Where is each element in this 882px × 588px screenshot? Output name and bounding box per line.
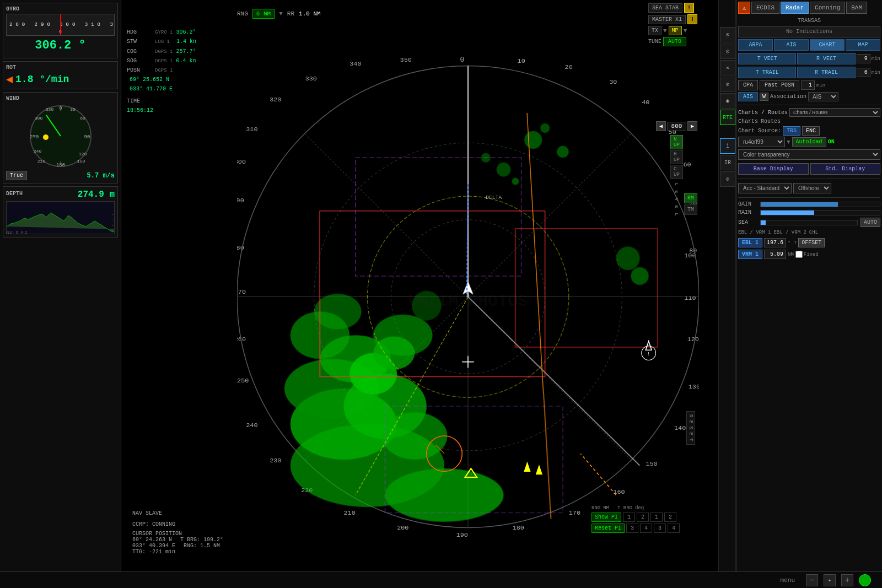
reset-btn[interactable]: R E S E T xyxy=(686,411,695,445)
info-icon[interactable]: i xyxy=(720,138,735,154)
depth-graph: m -316 -474 -632 -780 min 6 4 2 xyxy=(6,201,115,234)
wind-instrument: WIND 0 90 180 270 300 330 30 60 240 120 … xyxy=(3,92,118,184)
chart-btn[interactable]: CHART xyxy=(810,39,845,51)
fixed-check[interactable] xyxy=(795,251,803,258)
autoload-btn[interactable]: Autoload xyxy=(792,137,826,147)
n-up-btn[interactable]: NUP xyxy=(670,135,683,149)
tm-btn[interactable]: TM xyxy=(684,204,697,215)
ais-circle-icon[interactable]: ◎ xyxy=(720,44,735,59)
radar-right-controls: SEA STAB ! MASTER X1 ! TX ▼ MP ▼ TUNE AU… xyxy=(648,3,697,46)
zoom-in-btn[interactable]: + xyxy=(841,574,853,586)
circle-dot-icon[interactable]: ⊙ xyxy=(720,171,735,187)
t-vect-btn[interactable]: T VECT xyxy=(738,53,796,64)
map-btn[interactable]: MAP xyxy=(846,39,880,51)
target-icon[interactable]: ⊕ xyxy=(720,77,735,92)
arpa-btn[interactable]: ARPA xyxy=(738,39,773,51)
ais-btn[interactable]: AIS xyxy=(774,39,809,51)
ccrp-label: CCRP: CONNING xyxy=(132,521,175,527)
pi-num-1[interactable]: 1 xyxy=(623,513,635,522)
source-val-dropdown[interactable]: ru4orl99 xyxy=(738,137,785,147)
charts-routes-dropdown[interactable]: Charts / Routes xyxy=(789,108,880,117)
charts-tab[interactable]: Charts xyxy=(738,118,758,125)
tune-label: TUNE xyxy=(648,39,662,45)
radar-display-area[interactable]: 0 10 20 30 40 50 60 70 80 350 340 330 32… xyxy=(237,25,699,569)
sea-stab-btn[interactable]: SEA STAB xyxy=(648,3,682,13)
charts-routes-label: Charts / Routes xyxy=(738,110,788,116)
svg-text:270: 270 xyxy=(29,134,38,140)
rte-icon[interactable]: RTE xyxy=(720,110,735,125)
svg-text:min  6      4     2: min 6 4 2 xyxy=(7,230,28,234)
assoc-dropdown[interactable]: AIS ARPA xyxy=(808,92,838,101)
svg-text:210: 210 xyxy=(344,509,356,517)
brightness-icon[interactable]: ✦ xyxy=(824,574,836,586)
pi-num-right-2[interactable]: 2 xyxy=(664,513,676,522)
r-trail-btn[interactable]: R TRAIL xyxy=(797,67,855,78)
menu-label[interactable]: menu xyxy=(781,577,795,584)
svg-point-72 xyxy=(524,131,542,149)
ir-icon[interactable]: IR xyxy=(720,155,735,170)
acc-dropdown[interactable]: Acc - Standard xyxy=(738,183,792,193)
pi-num-right-3[interactable]: 3 xyxy=(654,524,666,533)
pi-buttons-row2: Reset PI 3 4 3 4 xyxy=(591,524,680,533)
ebl1-btn[interactable]: EBL 1 xyxy=(738,238,762,247)
h-up-btn[interactable]: HUP xyxy=(670,150,683,164)
range-arrow-left[interactable]: ◀ xyxy=(656,121,666,131)
reset-pi-btn[interactable]: Reset PI xyxy=(591,524,625,533)
side-icon-column: ⊙ ◎ ✕ ⊕ ◉ RTE i IR ⊙ ⚙ xyxy=(718,0,736,588)
cpa-btn[interactable]: CPA xyxy=(738,80,758,90)
past-posn-btn[interactable]: Past POSN xyxy=(760,80,799,90)
gain-bar xyxy=(761,202,838,207)
compass-numbers: 280 290 300 310 320 330 xyxy=(9,22,115,28)
r-trail-val: 6 xyxy=(857,68,870,77)
range-arrow-right[interactable]: ▶ xyxy=(687,121,697,131)
trs-btn[interactable]: TRS xyxy=(783,126,800,136)
base-display-btn[interactable]: Base Display xyxy=(738,163,809,175)
bam-tab[interactable]: BAM xyxy=(846,2,867,14)
sea-auto-btn[interactable]: AUTO xyxy=(861,218,880,227)
enc-btn[interactable]: ENC xyxy=(802,126,820,136)
svg-text:10: 10 xyxy=(518,57,525,65)
svg-text:150: 150 xyxy=(77,159,85,164)
rng-value[interactable]: 6 NM xyxy=(252,9,275,19)
offset-btn[interactable]: OFFSET xyxy=(798,238,825,247)
std-display-btn[interactable]: Std. Display xyxy=(810,163,881,175)
ecdis-tab[interactable]: ECDIS xyxy=(751,2,779,14)
vrm1-btn[interactable]: VRM 1 xyxy=(738,250,762,259)
gain-bar-container[interactable] xyxy=(760,202,880,207)
sea-bar-container[interactable] xyxy=(760,220,858,225)
pi-num-3[interactable]: 3 xyxy=(626,524,638,533)
pi-num-2[interactable]: 2 xyxy=(637,513,649,522)
conning-tab[interactable]: Conning xyxy=(810,2,845,14)
r-vect-btn[interactable]: R VECT xyxy=(797,53,855,64)
offshore-dropdown[interactable]: Offshore xyxy=(793,183,831,193)
time-value: 18:56:12 xyxy=(127,106,196,115)
pi-num-4[interactable]: 4 xyxy=(640,524,652,533)
cross-icon[interactable]: ✕ xyxy=(720,60,735,75)
fixed-checkbox[interactable]: Fixed xyxy=(795,251,819,258)
sep3 xyxy=(738,197,880,198)
arpa-icon[interactable]: ⊙ xyxy=(720,27,735,42)
rot-instrument: ROT ◀ 1.8 °/min xyxy=(3,61,118,89)
tx-btn[interactable]: TX xyxy=(648,26,662,35)
zoom-out-btn[interactable]: − xyxy=(806,574,818,586)
auto-btn[interactable]: AUTO xyxy=(663,37,686,46)
ais-assoc-btn[interactable]: AIS xyxy=(738,92,758,101)
routes-tab[interactable]: Routes xyxy=(761,118,781,125)
color-trans-dropdown[interactable]: Color transparency xyxy=(738,149,880,160)
c-up-btn[interactable]: CUP xyxy=(670,165,683,179)
master-x1-btn[interactable]: MASTER X1 xyxy=(648,15,686,24)
vrm1-value: 5.09 xyxy=(764,250,786,259)
show-pi-btn[interactable]: Show PI xyxy=(591,513,621,522)
svg-text:240: 240 xyxy=(33,149,41,154)
pi-num-right-1[interactable]: 1 xyxy=(650,513,663,522)
eye-icon[interactable]: ◉ xyxy=(720,93,735,109)
cursor-coords2: 033° 40.394 E RNG: 1.5 NM xyxy=(132,543,223,549)
pi-num-right-4[interactable]: 4 xyxy=(668,524,680,533)
t-trail-btn[interactable]: T TRAIL xyxy=(738,67,796,78)
fixed-label: Fixed xyxy=(804,252,819,257)
rm-btn[interactable]: RM xyxy=(684,193,697,203)
mp-btn[interactable]: MP xyxy=(669,26,682,35)
radar-tab[interactable]: Radar xyxy=(781,2,809,14)
sep2 xyxy=(738,179,880,179)
rain-bar-container[interactable] xyxy=(760,210,880,215)
